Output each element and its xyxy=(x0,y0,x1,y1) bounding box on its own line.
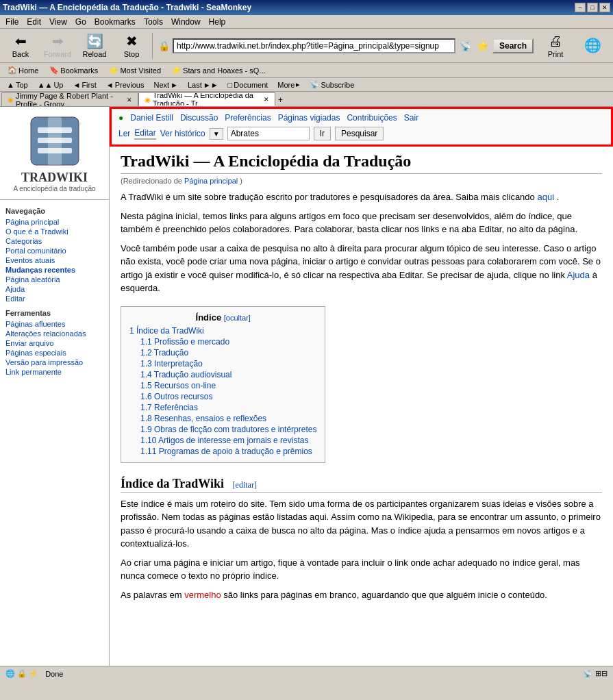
tab-1-close[interactable]: ✕ xyxy=(264,96,269,103)
tab-ler[interactable]: Ler xyxy=(118,129,130,138)
user-discussao-link[interactable]: Discussão xyxy=(180,113,218,123)
nav2-top[interactable]: ▲ Top xyxy=(3,80,32,90)
tab-0-close[interactable]: ✕ xyxy=(127,97,132,103)
sidebar-link-pagina-aleatoria[interactable]: Página aleatória xyxy=(5,275,103,284)
menu-help[interactable]: Help xyxy=(205,16,230,28)
nav2-document[interactable]: □ Document xyxy=(224,80,273,90)
toolbar-separator xyxy=(152,33,153,59)
new-tab-button[interactable]: + xyxy=(278,95,289,106)
forward-label: Forward xyxy=(44,50,71,58)
minimize-button[interactable]: − xyxy=(575,3,586,12)
search-button[interactable]: Search xyxy=(492,38,534,53)
wiki-search-input[interactable] xyxy=(227,127,310,140)
tab-historico[interactable]: Ver histórico xyxy=(160,129,205,138)
tab-dropdown[interactable]: ▼ xyxy=(210,128,223,140)
tab-0-label: Jimmy Page & Robert Plant - Profile - Gr… xyxy=(16,92,123,106)
toc-item-1-7[interactable]: 1.7 Referências xyxy=(140,402,316,413)
toc-item-1-6[interactable]: 1.6 Outros recursos xyxy=(140,391,316,402)
bookmark-bookmarks[interactable]: 🔖 Bookmarks xyxy=(45,64,103,76)
toc-item-1-2[interactable]: 1.2 Tradução xyxy=(140,347,316,358)
forward-icon: ➡ xyxy=(52,33,64,49)
stop-button[interactable]: ✖ Stop xyxy=(114,31,149,61)
aqui-link[interactable]: aqui xyxy=(537,192,554,202)
user-contribuicoes-link[interactable]: Contribuições xyxy=(347,113,397,123)
menu-tools[interactable]: Tools xyxy=(140,16,167,28)
nav2-subscribe[interactable]: 📡 Subscribe xyxy=(305,79,358,90)
wiki-search-button[interactable]: Pesquisar xyxy=(335,127,384,140)
tab-editar[interactable]: Editar xyxy=(134,128,155,140)
nav2-last[interactable]: Last ►► xyxy=(184,80,223,90)
reload-button[interactable]: 🔄 Reload xyxy=(77,31,112,61)
status-icon-2: ⊞⊟ xyxy=(595,669,608,678)
sidebar-link-paginas-especiais[interactable]: Páginas especiais xyxy=(5,348,103,358)
toc-title: Índice [ocultar] xyxy=(129,312,316,323)
sidebar-link-enviar[interactable]: Enviar arquivo xyxy=(5,338,103,348)
menu-edit[interactable]: Edit xyxy=(23,16,45,28)
nav2-first[interactable]: ◄ First xyxy=(68,80,100,90)
menu-window[interactable]: Window xyxy=(167,16,205,28)
sidebar-link-portal[interactable]: Portal comunitário xyxy=(5,246,103,255)
address-input[interactable] xyxy=(173,38,455,53)
section-1-title: Índice da TradWiki [editar] xyxy=(121,477,602,493)
sidebar-nav-title: Navegação xyxy=(5,207,103,215)
maximize-button[interactable]: □ xyxy=(587,3,598,12)
user-preferencias-link[interactable]: Preferências xyxy=(225,113,271,123)
sidebar-link-ajuda[interactable]: Ajuda xyxy=(5,284,103,294)
section-1-edit-link[interactable]: [editar] xyxy=(233,480,257,490)
sidebar-link-paginas-afluentes[interactable]: Páginas afluentes xyxy=(5,319,103,329)
sidebar-link-versao-impressao[interactable]: Versão para impressão xyxy=(5,358,103,367)
print-button[interactable]: 🖨 Print xyxy=(538,31,573,61)
back-button[interactable]: ⬅ Back xyxy=(3,31,38,61)
menu-bookmarks[interactable]: Bookmarks xyxy=(90,16,140,28)
menu-go[interactable]: Go xyxy=(71,16,90,28)
nav2-previous[interactable]: ◄ Previous xyxy=(102,80,149,90)
bookmark-home[interactable]: 🏠 Home xyxy=(3,64,43,76)
toc-hide-button[interactable]: [ocultar] xyxy=(224,314,251,322)
sidebar-link-categorias[interactable]: Categorias xyxy=(5,236,103,246)
close-button[interactable]: ✕ xyxy=(599,3,610,12)
user-sair-link[interactable]: Sair xyxy=(404,113,418,123)
toc-item-1-4[interactable]: 1.4 Tradução audiovisual xyxy=(140,369,316,380)
sidebar-link-editar[interactable]: Editar xyxy=(5,294,103,303)
user-name-link[interactable]: Daniel Estill xyxy=(130,113,173,123)
wiki-go-button[interactable]: Ir xyxy=(314,127,331,140)
document-icon: □ xyxy=(228,81,233,89)
sidebar-link-eventos[interactable]: Eventos atuais xyxy=(5,255,103,265)
redirect-link[interactable]: Página principal xyxy=(184,177,238,185)
sidebar-link-mudancas[interactable]: Mudanças recentes xyxy=(5,265,103,275)
bookmark-stars-hoaxes[interactable]: ⭐ Stars and Hoaxes - sQ... xyxy=(167,64,270,76)
toc-item-1-10[interactable]: 1.10 Artigos de interesse em jornais e r… xyxy=(140,435,316,446)
tab-1[interactable]: ◉ TradWiki — A Enciclopédia da Tradução … xyxy=(138,92,275,106)
toc-item-1-9[interactable]: 1.9 Obras de ficção com tradutores e int… xyxy=(140,424,316,435)
toc-item-1-8[interactable]: 1.8 Resenhas, ensaios e reflexões xyxy=(140,413,316,424)
menu-view[interactable]: View xyxy=(45,16,71,28)
toc-item-1-11[interactable]: 1.11 Programas de apoio à tradução e prê… xyxy=(140,446,316,457)
nav2-up[interactable]: ▲▲ Up xyxy=(34,80,68,90)
toc-item-1-5[interactable]: 1.5 Recursos on-line xyxy=(140,380,316,391)
user-vigiadas-link[interactable]: Páginas vigiadas xyxy=(278,113,340,123)
status-right-icons: 📡 ⊞⊟ xyxy=(583,669,608,678)
sidebar-link-permanente[interactable]: Link permanente xyxy=(5,367,103,377)
lock-icon: 🔒 xyxy=(158,40,170,51)
menu-file[interactable]: File xyxy=(1,16,23,28)
toc-item-1[interactable]: 1 Índice da TradWiki xyxy=(129,325,316,336)
wiki-container: TRADWIKI A enciclopédia da tradução Nave… xyxy=(0,107,613,666)
content-area: TradWiki — A Enciclopédia da Tradução (R… xyxy=(110,147,613,612)
toc-item-1-3[interactable]: 1.3 Interpretação xyxy=(140,358,316,369)
nav2-more[interactable]: More ▸ xyxy=(273,79,304,90)
sidebar-link-pagina-principal[interactable]: Página principal xyxy=(5,217,103,227)
last-icon: ►► xyxy=(203,81,218,89)
rss-icon[interactable]: 📡 xyxy=(460,40,471,51)
stop-label: Stop xyxy=(124,50,140,58)
forward-button[interactable]: ➡ Forward xyxy=(40,31,75,61)
globe-button[interactable]: 🌐 xyxy=(575,31,610,61)
toc-item-1-1[interactable]: 1.1 Profissão e mercado xyxy=(140,336,316,347)
ajuda-link[interactable]: Ajuda xyxy=(567,270,590,280)
nav2-next[interactable]: Next ► xyxy=(149,80,182,90)
bookmark-star-icon[interactable]: ⭐ xyxy=(477,40,488,51)
bookmark-most-visited[interactable]: ⭐ Most Visited xyxy=(104,64,166,76)
section-1-para-2: Ao criar uma página e iniciar um artigo,… xyxy=(121,556,602,583)
sidebar-link-alteracoes[interactable]: Alterações relacionadas xyxy=(5,329,103,338)
sidebar-link-o-que-e[interactable]: O que é a Tradwiki xyxy=(5,227,103,236)
tab-0[interactable]: ◉ Jimmy Page & Robert Plant - Profile - … xyxy=(1,92,138,106)
